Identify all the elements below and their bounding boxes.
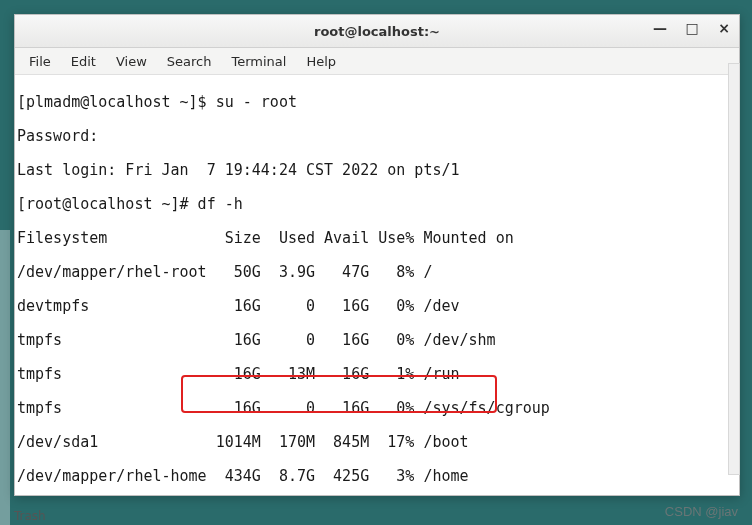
- menu-view[interactable]: View: [106, 51, 157, 72]
- term-line: [plmadm@localhost ~]$ su - root: [17, 94, 737, 111]
- menu-bar: File Edit View Search Terminal Help: [15, 48, 739, 75]
- terminal-output[interactable]: [plmadm@localhost ~]$ su - root Password…: [15, 75, 739, 495]
- term-line: /dev/mapper/rhel-root 50G 3.9G 47G 8% /: [17, 264, 737, 281]
- menu-file[interactable]: File: [19, 51, 61, 72]
- term-line: Last login: Fri Jan 7 19:44:24 CST 2022 …: [17, 162, 737, 179]
- term-line: [root@localhost ~]# df -h: [17, 196, 737, 213]
- term-line: devtmpfs 16G 0 16G 0% /dev: [17, 298, 737, 315]
- terminal-scrollbar[interactable]: [728, 63, 740, 475]
- term-line: Password:: [17, 128, 737, 145]
- term-line: tmpfs 16G 0 16G 0% /sys/fs/cgroup: [17, 400, 737, 417]
- term-line: /dev/mapper/rhel-home 434G 8.7G 425G 3% …: [17, 468, 737, 485]
- term-line: tmpfs 16G 13M 16G 1% /run: [17, 366, 737, 383]
- term-line: tmpfs 16G 0 16G 0% /dev/shm: [17, 332, 737, 349]
- window-title: root@localhost:~: [314, 24, 440, 39]
- window-titlebar[interactable]: root@localhost:~ — □ ×: [15, 15, 739, 48]
- menu-terminal[interactable]: Terminal: [221, 51, 296, 72]
- term-line: Filesystem Size Used Avail Use% Mounted …: [17, 230, 737, 247]
- term-line: /dev/sda1 1014M 170M 845M 17% /boot: [17, 434, 737, 451]
- minimize-button[interactable]: —: [651, 19, 669, 37]
- desktop-trash-label[interactable]: Trash: [14, 509, 46, 523]
- menu-edit[interactable]: Edit: [61, 51, 106, 72]
- terminal-window: root@localhost:~ — □ × File Edit View Se…: [14, 14, 740, 496]
- menu-help[interactable]: Help: [296, 51, 346, 72]
- menu-search[interactable]: Search: [157, 51, 222, 72]
- maximize-button[interactable]: □: [683, 19, 701, 37]
- close-button[interactable]: ×: [715, 19, 733, 37]
- desktop-background: root@localhost:~ — □ × File Edit View Se…: [0, 0, 752, 525]
- window-controls: — □ ×: [651, 19, 733, 37]
- watermark-text: CSDN @jiav: [665, 504, 738, 519]
- side-dock: [0, 230, 10, 525]
